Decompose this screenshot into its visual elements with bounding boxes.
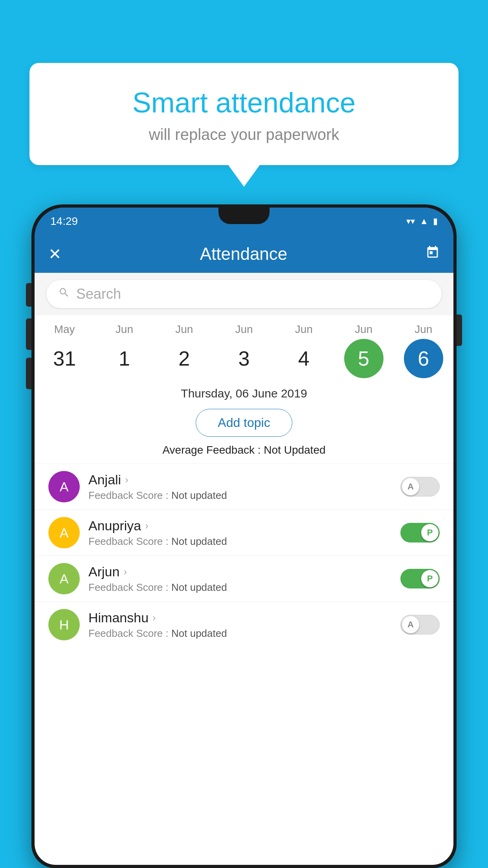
student-list: AAnjali ›Feedback Score : Not updatedAAA… <box>35 463 453 647</box>
speech-bubble-container: Smart attendance will replace your paper… <box>29 63 459 187</box>
search-container: Search <box>35 273 453 315</box>
date-number-4[interactable]: 4 <box>284 339 323 378</box>
phone-frame: 14:29 ▾▾ ▲ ▮ ✕ Attendance <box>31 204 457 868</box>
student-info-1: Anupriya ›Feedback Score : Not updated <box>88 518 392 548</box>
selected-date-label: Thursday, 06 June 2019 <box>35 378 453 405</box>
date-item-3[interactable]: Jun3 <box>216 323 272 378</box>
attendance-toggle-3[interactable]: A <box>400 615 440 634</box>
student-feedback-2: Feedback Score : Not updated <box>88 581 392 594</box>
avatar-0: A <box>48 471 80 502</box>
speech-bubble-tail <box>228 165 260 187</box>
phone-inner: 14:29 ▾▾ ▲ ▮ ✕ Attendance <box>35 208 453 865</box>
student-name-0[interactable]: Anjali › <box>88 472 392 487</box>
student-info-3: Himanshu ›Feedback Score : Not updated <box>88 610 392 640</box>
speech-bubble: Smart attendance will replace your paper… <box>29 63 459 165</box>
attendance-toggle-1[interactable]: P <box>400 523 440 542</box>
date-number-3[interactable]: 3 <box>224 339 264 378</box>
screen-content: Search May31Jun1Jun2Jun3Jun4Jun5Jun6 Thu… <box>35 273 453 865</box>
battery-icon: ▮ <box>433 216 438 226</box>
search-input-placeholder[interactable]: Search <box>76 286 121 302</box>
phone-button-left3 <box>26 358 31 389</box>
status-bar-time: 14:29 <box>50 215 78 228</box>
notch <box>218 208 270 224</box>
toggle-knob-0: A <box>402 478 419 495</box>
date-month-1: Jun <box>116 323 133 336</box>
date-month-3: Jun <box>235 323 253 336</box>
wifi-icon: ▾▾ <box>406 216 415 226</box>
date-number-5[interactable]: 5 <box>344 339 383 378</box>
attendance-toggle-0[interactable]: A <box>400 477 440 497</box>
search-bar[interactable]: Search <box>46 280 442 308</box>
student-name-2[interactable]: Arjun › <box>88 564 392 579</box>
avatar-3: H <box>48 609 80 640</box>
phone-button-left1 <box>26 283 31 307</box>
speech-bubble-title: Smart attendance <box>49 86 439 119</box>
calendar-icon[interactable] <box>426 245 440 263</box>
signal-icon: ▲ <box>420 216 428 226</box>
student-info-0: Anjali ›Feedback Score : Not updated <box>88 472 392 502</box>
student-info-2: Arjun ›Feedback Score : Not updated <box>88 564 392 594</box>
date-month-5: Jun <box>355 323 372 336</box>
chevron-icon-3: › <box>152 612 156 624</box>
date-item-0[interactable]: May31 <box>37 323 92 378</box>
app-bar-title: Attendance <box>200 244 288 264</box>
avatar-1: A <box>48 517 80 548</box>
date-month-2: Jun <box>175 323 193 336</box>
chevron-icon-2: › <box>123 566 127 578</box>
date-strip: May31Jun1Jun2Jun3Jun4Jun5Jun6 <box>35 315 453 378</box>
student-name-3[interactable]: Himanshu › <box>88 610 392 625</box>
toggle-knob-3: A <box>402 616 419 633</box>
date-number-1[interactable]: 1 <box>105 339 144 378</box>
student-item-2[interactable]: AArjun ›Feedback Score : Not updatedP <box>35 555 453 601</box>
date-month-4: Jun <box>295 323 313 336</box>
student-item-3[interactable]: HHimanshu ›Feedback Score : Not updatedA <box>35 601 453 647</box>
close-button[interactable]: ✕ <box>48 245 62 263</box>
avg-feedback-value: Not Updated <box>264 444 325 456</box>
speech-bubble-subtitle: will replace your paperwork <box>49 126 439 143</box>
attendance-toggle-2[interactable]: P <box>400 569 440 588</box>
date-item-1[interactable]: Jun1 <box>97 323 152 378</box>
date-number-2[interactable]: 2 <box>165 339 204 378</box>
average-feedback: Average Feedback : Not Updated <box>35 444 453 463</box>
status-bar: 14:29 ▾▾ ▲ ▮ <box>35 208 453 235</box>
date-item-4[interactable]: Jun4 <box>276 323 331 378</box>
student-feedback-0: Feedback Score : Not updated <box>88 489 392 502</box>
student-item-1[interactable]: AAnupriya ›Feedback Score : Not updatedP <box>35 509 453 555</box>
phone-button-right <box>457 314 462 346</box>
avatar-2: A <box>48 563 80 594</box>
date-number-0[interactable]: 31 <box>45 339 84 378</box>
add-topic-container: Add topic <box>35 405 453 444</box>
date-item-6[interactable]: Jun6 <box>396 323 451 378</box>
toggle-knob-2: P <box>421 570 438 587</box>
date-item-5[interactable]: Jun5 <box>336 323 391 378</box>
chevron-icon-0: › <box>125 474 128 486</box>
phone-button-left2 <box>26 318 31 350</box>
avg-feedback-label: Average Feedback : <box>162 444 261 456</box>
status-bar-icons: ▾▾ ▲ ▮ <box>406 216 438 226</box>
chevron-icon-1: › <box>145 520 149 532</box>
date-number-6[interactable]: 6 <box>404 339 443 378</box>
date-month-6: Jun <box>415 323 432 336</box>
student-feedback-1: Feedback Score : Not updated <box>88 535 392 548</box>
app-bar: ✕ Attendance <box>35 235 453 273</box>
date-item-2[interactable]: Jun2 <box>157 323 212 378</box>
student-item-0[interactable]: AAnjali ›Feedback Score : Not updatedA <box>35 463 453 509</box>
search-icon <box>58 287 70 302</box>
date-month-0: May <box>54 323 75 336</box>
toggle-knob-1: P <box>421 524 438 541</box>
add-topic-button[interactable]: Add topic <box>196 409 292 437</box>
student-name-1[interactable]: Anupriya › <box>88 518 392 533</box>
student-feedback-3: Feedback Score : Not updated <box>88 627 392 640</box>
